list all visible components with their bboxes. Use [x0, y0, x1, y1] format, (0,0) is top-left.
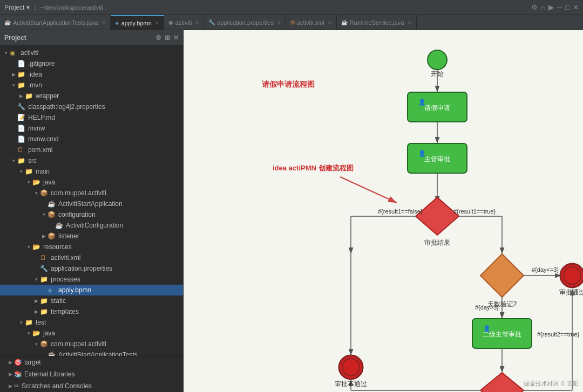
- tree-item-activiti-xml[interactable]: 🗒 activiti.xml: [0, 252, 183, 263]
- tab-label: activiti: [175, 19, 192, 26]
- window-maximize[interactable]: □: [565, 3, 570, 11]
- tab-activiti-start-tests[interactable]: ☕ ActivitiStartApplicationTests.java ✕: [0, 15, 111, 30]
- xml-icon: 🗒: [40, 254, 49, 262]
- tree-item-mvn[interactable]: ▾ 📁 .mvn: [0, 80, 183, 91]
- vcs-icon[interactable]: ⑃: [541, 3, 545, 11]
- tree-label: templates: [51, 308, 79, 315]
- tree-arrow: ▶: [10, 72, 17, 77]
- tree-item-static[interactable]: ▶ 📁 static: [0, 295, 183, 306]
- tree-arrow: ▾: [25, 244, 32, 250]
- approval-result-diamond[interactable]: [416, 197, 459, 235]
- tree-item-gitignore[interactable]: 📄 .gitignore: [0, 58, 183, 69]
- tree-label: listener: [58, 232, 79, 240]
- tree-item-apply-bpmn[interactable]: ◈ apply.bpmn: [0, 285, 183, 295]
- tab-label: application.properties: [217, 19, 274, 26]
- window-close[interactable]: ✕: [573, 3, 579, 11]
- close-icon[interactable]: ✕: [328, 20, 332, 25]
- tree-item-listener[interactable]: ▶ 📦 listener: [0, 231, 183, 242]
- settings-icon[interactable]: ⚙: [531, 3, 538, 11]
- tree-arrow: ▾: [2, 50, 10, 56]
- tree-arrow: ▶: [32, 309, 40, 314]
- tree-item-mvnw[interactable]: 📄 mvnw: [0, 123, 183, 134]
- tree-item-wrapper[interactable]: ▶ 📁 wrapper: [0, 91, 183, 101]
- bpmn-icon: ◈: [48, 286, 56, 294]
- tree-item-classpath[interactable]: 🔧 classpath:log4j2.properties: [0, 101, 183, 112]
- tree-arrow: ▾: [10, 82, 17, 88]
- rejected-label: 审批不通过: [335, 380, 367, 388]
- tree-item-processes[interactable]: ▾ 📁 processes: [0, 274, 183, 285]
- window-minimize[interactable]: ─: [557, 3, 562, 11]
- tree-label: .mvn: [28, 81, 42, 89]
- tree-item-main[interactable]: ▾ 📁 main: [0, 166, 183, 177]
- diagram-canvas[interactable]: 开始 👤 请假申请 👤 主管审批 审批结果 #{re: [184, 30, 583, 392]
- scratches-consoles-label: Scratches and Consoles: [22, 382, 92, 390]
- tree-item-com-muppet[interactable]: ▾ 📦 com.muppet.activiti: [0, 188, 183, 198]
- tree-item-application-properties[interactable]: 🔧 application.properties: [0, 263, 183, 274]
- tree-arrow: ▾: [40, 212, 48, 217]
- condition-day-gt3: #{day>3}: [475, 304, 499, 311]
- tree-item-src[interactable]: ▾ 📁 src: [0, 155, 183, 166]
- project-path: ~/dev/workspace/activiti: [40, 4, 103, 11]
- tree-item-activiti-start-tests[interactable]: ☕ ActivitiStartApplicationTests: [0, 349, 183, 356]
- close-icon[interactable]: ✕: [195, 20, 199, 25]
- scratches-consoles-item[interactable]: ▶ ✏ Scratches and Consoles: [0, 380, 183, 392]
- bpmn-icon: ◈: [115, 20, 119, 26]
- tree-item-activiti-start-app[interactable]: ☕ ActivitiStartApplication: [0, 198, 183, 209]
- expand-icon[interactable]: ⊞: [165, 34, 170, 42]
- tree-arrow: ▾: [25, 331, 32, 336]
- start-node[interactable]: [428, 50, 447, 70]
- external-libraries-item[interactable]: ▶ 📚 External Libraries: [0, 368, 183, 380]
- tab-apply-bpmn[interactable]: ◈ apply.bpmn ✕: [111, 15, 164, 30]
- target-item[interactable]: ▶ 🎯 target: [0, 356, 183, 368]
- tree-label: activiti: [21, 49, 38, 57]
- tree-label: ActivitiStartApplicationTests: [58, 351, 138, 356]
- condition-false: #{result1==false}: [378, 208, 423, 215]
- close-sidebar-icon[interactable]: ✕: [173, 34, 179, 42]
- folder-icon: 📁: [40, 297, 49, 305]
- tree-item-idea[interactable]: ▶ 📁 .idea: [0, 69, 183, 80]
- close-icon[interactable]: ✕: [277, 20, 281, 25]
- tree-item-java[interactable]: ▾ 📂 java: [0, 177, 183, 188]
- scratches-icon: ✏: [14, 382, 19, 390]
- close-icon[interactable]: ✕: [155, 20, 159, 26]
- tree-item-activiti-config[interactable]: ☕ ActivitiConfiguration: [0, 220, 183, 231]
- tree-item-pom-xml[interactable]: 🗒 pom.xml: [0, 145, 183, 155]
- approval-result2-diamond[interactable]: [480, 373, 524, 392]
- project-arrow: ▾: [26, 4, 30, 11]
- tree-item-templates[interactable]: ▶ 📁 templates: [0, 306, 183, 317]
- tab-runtime-service[interactable]: ☕ RuntimeService.java ✕: [337, 15, 417, 30]
- tree-arrow: ▾: [32, 277, 40, 282]
- tree-item-resources[interactable]: ▾ 📂 resources: [0, 242, 183, 252]
- tree-label: com.muppet.activiti: [51, 189, 106, 197]
- tab-label: apply.bpmn: [121, 20, 152, 26]
- tab-label: RuntimeService.java: [350, 19, 404, 26]
- run-icon[interactable]: ▶: [548, 3, 554, 11]
- close-icon[interactable]: ✕: [408, 20, 412, 25]
- tree-item-mvnw-cmd[interactable]: 📄 mvnw.cmd: [0, 134, 183, 145]
- tree-arrow: ▾: [25, 180, 32, 185]
- condition-result2-true: #{result2==true}: [537, 331, 580, 338]
- properties-icon: 🔧: [17, 103, 26, 111]
- xml-icon: ⊞: [290, 19, 295, 25]
- gear-icon[interactable]: ⚙: [155, 34, 161, 42]
- tree-label: wrapper: [36, 92, 59, 100]
- tab-activiti[interactable]: ◉ activiti ✕: [164, 15, 205, 30]
- libraries-icon: 📚: [14, 370, 22, 378]
- tree-item-test-java[interactable]: ▾ 📂 java: [0, 328, 183, 339]
- tree-item-test[interactable]: ▾ 📁 test: [0, 317, 183, 328]
- approved-label: 审批通过: [559, 288, 583, 296]
- tab-activiti-xml[interactable]: ⊞ activiti.xml ✕: [286, 15, 337, 30]
- tree-item-activiti[interactable]: ▾ ◉ activiti: [0, 47, 183, 58]
- java-folder-icon: 📂: [32, 329, 41, 337]
- tree-label: classpath:log4j2.properties: [28, 103, 105, 111]
- tree-label: HELP.md: [28, 114, 55, 121]
- tree-arrow: ▶: [6, 383, 14, 389]
- folder-icon: 📁: [17, 81, 26, 89]
- days-verify-diamond[interactable]: [480, 254, 524, 297]
- close-icon[interactable]: ✕: [101, 20, 106, 25]
- resources-folder-icon: 📂: [32, 243, 41, 251]
- tab-application-properties[interactable]: 🔧 application.properties ✕: [204, 15, 286, 30]
- tree-item-test-com-muppet[interactable]: ▾ 📦 com.muppet.activiti: [0, 339, 183, 349]
- tree-item-configuration[interactable]: ▾ 📦 configuration: [0, 209, 183, 220]
- tree-item-help-md[interactable]: 📝 HELP.md: [0, 112, 183, 123]
